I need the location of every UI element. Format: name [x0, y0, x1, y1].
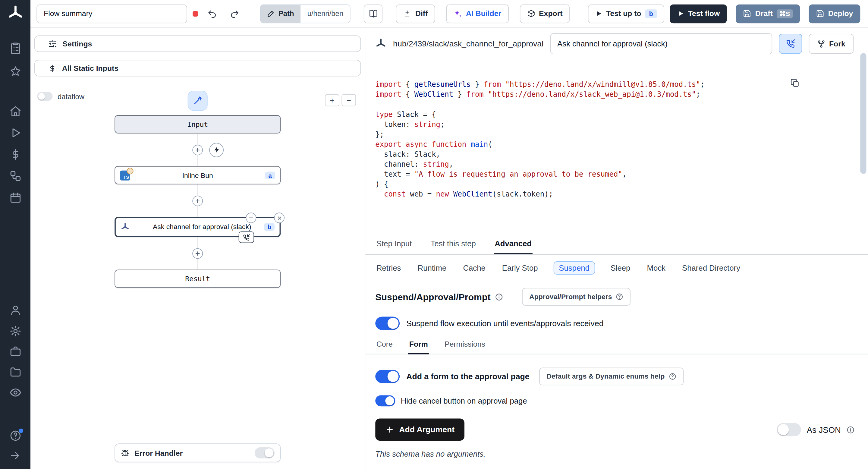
diff-button[interactable]: Diff [396, 4, 435, 23]
briefcase-icon[interactable] [9, 345, 21, 357]
phone-incoming-icon [786, 39, 795, 48]
code-line: channel: string, [375, 159, 851, 169]
package-icon [527, 9, 535, 18]
default-args-help-button[interactable]: Default args & Dynamic enums help [539, 368, 684, 385]
export-button[interactable]: Export [520, 4, 570, 23]
code-line: ) { [375, 179, 851, 189]
path-control: Path u/henri/ben [260, 4, 350, 23]
plus-icon [385, 425, 394, 434]
windmill-logo-icon[interactable] [7, 5, 24, 22]
dollar-icon [48, 64, 57, 72]
subtab-runtime[interactable]: Runtime [416, 262, 447, 274]
zoom-out-button[interactable]: − [341, 94, 356, 106]
subtab-sleep[interactable]: Sleep [610, 262, 631, 274]
test-flow-button[interactable]: Test flow [670, 4, 727, 23]
undo-button[interactable] [204, 5, 220, 22]
delete-step-button[interactable] [274, 213, 284, 223]
play-runs-icon[interactable] [9, 127, 21, 139]
approval-form-toggle[interactable] [375, 370, 400, 383]
draft-shortcut: ⌘S [777, 9, 793, 18]
main-area: Path u/henri/ben Diff AI Builder Export … [30, 0, 868, 469]
dollar-variables-icon[interactable] [9, 148, 21, 160]
suspendtab-permissions[interactable]: Permissions [443, 340, 486, 354]
trigger-zap-button[interactable] [209, 143, 224, 157]
step-summary-input[interactable] [550, 33, 772, 54]
gear-icon[interactable] [9, 325, 21, 337]
subtab-suspend[interactable]: Suspend [553, 261, 595, 275]
folder-icon[interactable] [9, 366, 21, 378]
subtab-retries[interactable]: Retries [375, 262, 402, 274]
code-line: slack: Slack, [375, 150, 851, 159]
draft-button[interactable]: Draft ⌘S [736, 4, 800, 23]
error-handler-toggle[interactable] [255, 447, 275, 459]
subtab-cache[interactable]: Cache [462, 262, 487, 274]
approval-helpers-label: Approval/Prompt helpers [529, 293, 612, 301]
path-edit-button[interactable]: Path [261, 5, 301, 23]
redo-button[interactable] [226, 5, 242, 22]
static-inputs-button[interactable]: All Static Inputs [34, 60, 361, 76]
node-stack: Input TS Inline Bun a [115, 115, 281, 288]
code-editor[interactable]: import { getResumeUrls } from "https://d… [365, 58, 868, 233]
zoom-in-button[interactable]: + [325, 94, 339, 106]
add-step-button[interactable] [192, 195, 203, 206]
help-circle-icon[interactable] [9, 430, 21, 442]
suspend-tabs: CoreFormPermissions [365, 340, 868, 354]
info-icon[interactable] [495, 293, 503, 301]
docs-button[interactable] [364, 4, 382, 23]
info-icon[interactable] [846, 426, 855, 434]
vertical-scrollbar[interactable] [860, 53, 866, 174]
suspendtab-core[interactable]: Core [375, 340, 394, 354]
add-step-button[interactable] [192, 145, 203, 155]
star-icon[interactable] [9, 65, 21, 77]
insert-branch-button[interactable] [246, 213, 256, 223]
argument-actions-row: Add Argument As JSON [375, 419, 855, 441]
tab-step-input[interactable]: Step Input [375, 233, 413, 254]
hide-cancel-label: Hide cancel button on approval page [401, 396, 527, 405]
connector [115, 133, 281, 166]
subtab-mock[interactable]: Mock [646, 262, 667, 274]
copy-code-button[interactable] [790, 62, 844, 104]
collapse-arrow-icon[interactable] [9, 449, 21, 462]
ai-builder-button[interactable]: AI Builder [446, 4, 508, 23]
home-icon[interactable] [9, 105, 21, 117]
workflow-icon[interactable] [9, 170, 21, 182]
test-up-to-button[interactable]: Test up to b [588, 4, 664, 23]
suspend-enabled-button[interactable] [779, 34, 802, 54]
approval-helpers-button[interactable]: Approval/Prompt helpers [522, 288, 631, 306]
ai-wand-button[interactable] [188, 91, 208, 111]
hide-cancel-row: Hide cancel button on approval page [375, 395, 855, 406]
suspend-toggle[interactable] [375, 317, 400, 330]
add-step-button[interactable] [192, 248, 203, 259]
step-subtabs: RetriesRuntimeCacheEarly StopSuspendSlee… [365, 255, 868, 280]
node-inline-bun[interactable]: TS Inline Bun a [115, 166, 281, 184]
as-json-toggle[interactable] [777, 423, 801, 436]
hide-cancel-toggle[interactable] [375, 395, 395, 406]
error-handler-row[interactable]: Error Handler [115, 443, 281, 462]
path-value[interactable]: u/henri/ben [301, 5, 350, 23]
dataflow-toggle[interactable] [37, 92, 53, 101]
flow-summary-input[interactable] [36, 4, 187, 23]
tab-test-this-step[interactable]: Test this step [430, 233, 477, 254]
fork-button[interactable]: Fork [809, 34, 854, 54]
subtab-shared-directory[interactable]: Shared Directory [681, 262, 741, 274]
node-approval-selected[interactable]: Ask channel for approval (slack) b [115, 217, 281, 237]
ai-builder-label: AI Builder [466, 9, 501, 18]
static-inputs-label: All Static Inputs [62, 64, 119, 72]
tab-advanced[interactable]: Advanced [494, 233, 533, 254]
subtab-early-stop[interactable]: Early Stop [501, 262, 539, 274]
node-input[interactable]: Input [115, 115, 281, 133]
diff-icon [403, 9, 412, 18]
calendar-icon[interactable] [9, 192, 21, 204]
code-line [375, 100, 851, 110]
zap-icon [213, 146, 220, 153]
eye-icon[interactable] [9, 386, 21, 399]
flow-settings-button[interactable]: Settings [34, 36, 361, 52]
suspendtab-form[interactable]: Form [408, 340, 429, 354]
deploy-button[interactable]: Deploy [809, 4, 860, 23]
add-argument-button[interactable]: Add Argument [375, 419, 464, 441]
clipboard-list-icon[interactable] [9, 42, 21, 54]
toolbar: Path u/henri/ben Diff AI Builder Export … [30, 0, 868, 28]
node-result[interactable]: Result [115, 270, 281, 288]
typescript-bun-icon: TS [120, 170, 130, 180]
user-icon[interactable] [9, 304, 21, 316]
